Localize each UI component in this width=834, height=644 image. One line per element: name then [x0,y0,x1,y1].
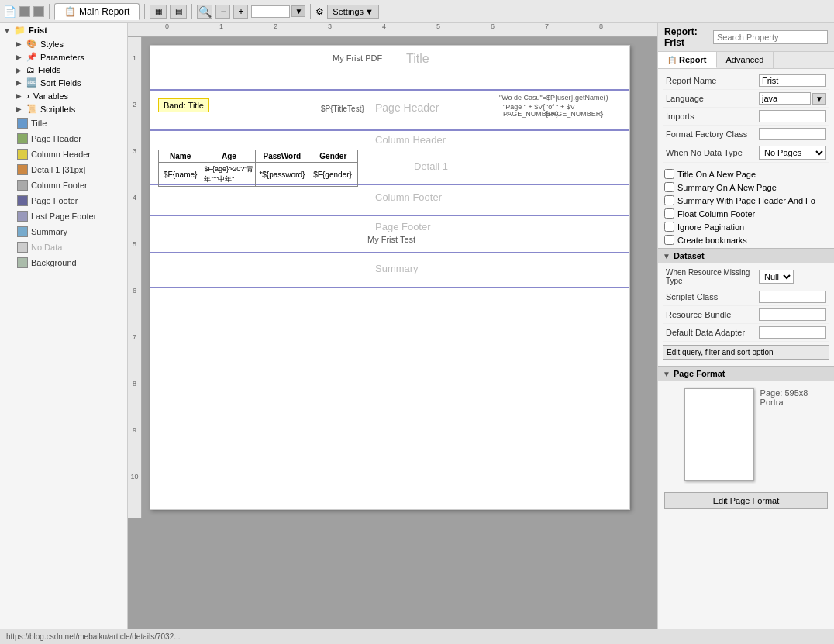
column-footer-band-item[interactable]: Column Footer [0,177,127,193]
format-factory-input[interactable] [759,128,826,140]
page-header-band-item[interactable]: Page Header [0,131,127,146]
tab-advanced[interactable]: Advanced [717,52,774,68]
title-band-item[interactable]: Title [0,115,127,131]
ruler-7: 7 [545,23,549,30]
last-page-footer-band-item[interactable]: Last Page Footer [0,208,127,224]
report-name-input[interactable] [759,74,826,87]
settings-button[interactable]: Settings ▼ [327,5,379,19]
language-label: Language [666,94,759,103]
resource-bundle-input[interactable] [759,308,826,321]
title-test-expr: $P{TitleTest} [321,105,364,113]
page-format-section-header[interactable]: ▼ Page Format [658,366,834,381]
page-info-container: Page: 595x8 Portra [760,388,808,407]
scriplet-class-input[interactable] [759,291,826,303]
zoom-dropdown-arrow[interactable]: ▼ [291,5,305,17]
language-dropdown[interactable]: ▼ [812,93,826,105]
dataset-collapse-icon: ▼ [663,252,670,260]
last-page-footer-icon [17,211,28,222]
edit-page-format-button[interactable]: Edit Page Format [664,492,828,509]
imports-input[interactable] [759,110,826,122]
canvas-with-ruler: 1 2 3 4 5 6 7 8 9 10 My Frist PDF [128,37,657,518]
icon-btn-3[interactable]: ▦ [150,5,167,19]
title-new-page-label: Title On A New Page [677,170,756,179]
styles-item[interactable]: ▶ 🎨 Styles [0,37,127,50]
dataset-title: Dataset [674,251,705,260]
title-new-page-checkbox[interactable] [664,169,674,179]
fields-label: Fields [38,65,60,74]
page-header-content: Band: Title Page Header $P{TitleTest} "W… [150,91,629,114]
root-label: Frist [29,26,47,35]
main-report-tab[interactable]: 📋 Main Report [54,3,140,20]
summary-content: Summary [150,253,629,277]
summary-new-page-checkbox[interactable] [664,182,674,192]
summary-band-item[interactable]: Summary [0,224,127,239]
sort-fields-item[interactable]: ▶ 🔤 Sort Fields [0,76,127,89]
last-page-footer-label: Last Page Footer [31,212,96,221]
parameters-label: Parameters [40,53,84,62]
icon-btn-2[interactable] [33,6,44,17]
fields-item[interactable]: ▶ 🗂 Fields [0,64,127,76]
page-orientation-info: Portra [760,398,808,407]
band-title-box[interactable]: Band: Title [158,98,209,112]
page-number-expr3: {PAGE_NUMBER} [546,110,603,118]
language-value-container: ▼ [759,92,826,105]
parameters-item[interactable]: ▶ 📌 Parameters [0,50,127,64]
table-header-row: Name Age PassWord Gender [159,150,358,163]
when-resource-missing-select[interactable]: Null [759,270,794,284]
variables-arrow: ▶ [16,91,23,100]
edit-query-label: Edit query, filter and sort option [667,348,774,356]
ruler-4: 4 [382,23,386,30]
float-col-footer-checkbox[interactable] [664,208,674,219]
search-property-input[interactable] [713,30,828,44]
styles-label: Styles [40,40,64,49]
variables-label: Variables [33,91,68,101]
center-canvas-area: 0 1 2 3 4 5 6 7 8 1 2 3 4 5 6 7 [128,23,657,629]
icon-btn-4[interactable]: ▤ [170,5,187,19]
ruler-v-7: 7 [128,332,141,378]
ignore-pagination-checkbox[interactable] [664,222,674,232]
default-data-adapter-input[interactable] [759,326,826,339]
detail1-band-item[interactable]: Detail 1 [31px] [0,162,127,177]
prop-section: Report Name Language ▼ Imports Format Fa… [658,69,834,166]
tree-root-item[interactable]: ▼ 📁 Frist [0,23,127,37]
td-name: $F{name} [159,163,202,187]
prop-row-when-no-data: When No Data Type No Pages [663,143,829,163]
page-icon: 📄 [3,5,16,18]
tab-report[interactable]: 📋 Report [658,52,717,68]
status-bar: https://blog.csdn.net/mebaiku/article/de… [0,629,834,644]
td-age: $F{age}>20?"青年":"中年" [202,163,256,187]
no-data-band-item[interactable]: No Data [0,239,127,255]
language-input[interactable] [759,92,811,105]
no-data-label: No Data [31,243,62,252]
when-no-data-select[interactable]: No Pages [759,146,826,160]
dataset-section-header[interactable]: ▼ Dataset [658,248,834,263]
ignore-pagination-label: Ignore Pagination [677,222,744,232]
checkbox-title-new-page: Title On A New Page [664,167,828,181]
create-bookmarks-label: Create bookmarks [677,236,747,245]
th-age: Age [202,150,256,163]
edit-query-button[interactable]: Edit query, filter and sort option [663,345,829,360]
create-bookmarks-checkbox[interactable] [664,235,674,245]
right-panel-header: Report: Frist [658,23,834,52]
zoom-out-btn[interactable]: − [215,5,230,19]
vertical-ruler: 1 2 3 4 5 6 7 8 9 10 [128,37,142,518]
title-band-content: My Frist PDF Title [150,46,629,69]
summary-label: Summary [31,227,67,236]
column-header-band-item[interactable]: Column Header [0,146,127,162]
scriptlets-item[interactable]: ▶ 📜 Scriptlets [0,102,127,115]
summary-with-header-checkbox[interactable] [664,195,674,205]
background-band-item[interactable]: Background [0,255,127,270]
checkbox-summary-new-page: Summary On A New Page [664,181,828,194]
page-preview-container: Page: 595x8 Portra [684,388,808,481]
styles-icon: 🎨 [26,39,37,49]
variables-icon: 𝑥 [26,91,30,101]
icon-btn-1[interactable] [19,6,30,17]
zoom-in-btn[interactable]: + [233,5,248,19]
settings-label: Settings [333,7,364,16]
zoom-input[interactable]: 100% [251,5,290,18]
page-header-gray: Page Header [375,102,439,114]
zoom-out-button[interactable]: 🔍 [197,5,212,19]
page-footer-band-item[interactable]: Page Footer [0,193,127,208]
page-orientation-value: Portra [760,398,784,407]
variables-item[interactable]: ▶ 𝑥 Variables [0,89,127,102]
